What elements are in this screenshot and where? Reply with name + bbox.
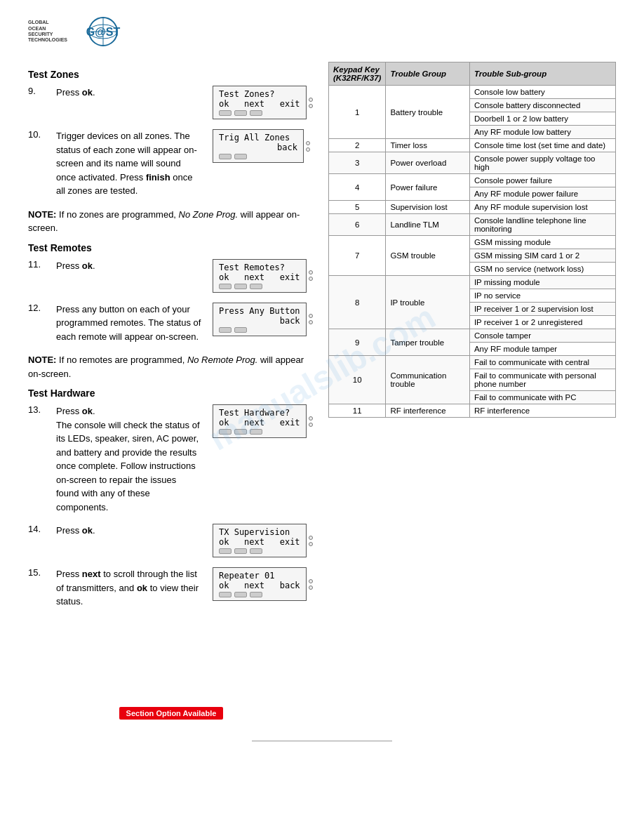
step-13-lcd-line1: Test Hardware? xyxy=(219,408,290,418)
step-13-lcd-display: Test Hardware? ok next exit xyxy=(213,404,307,438)
table-cell-subgroup: GSM missing SIM card 1 or 2 xyxy=(469,249,615,263)
table-header-subgroup: Trouble Sub-group xyxy=(469,62,615,86)
table-cell-subgroup: Any RF module low battery xyxy=(469,126,615,139)
section-option-badge: Section Option Available xyxy=(119,707,224,720)
step-14: 14. Press ok. TX Supervision xyxy=(28,524,314,557)
test-remotes-title: Test Remotes xyxy=(28,242,314,253)
lcd-btn-6 xyxy=(219,284,232,289)
step-12-content: Press any button on each of your program… xyxy=(56,303,314,344)
table-cell-subgroup: Fail to communicate with PC xyxy=(469,391,615,404)
step-14-lcd-buttons xyxy=(219,548,300,554)
logo-gost-icon: G@ST xyxy=(72,14,135,49)
table-cell-subgroup: Any RF module supervision lost xyxy=(469,201,615,214)
table-cell-group: GSM trouble xyxy=(386,236,469,276)
step-9-text: Press ok. xyxy=(56,86,201,100)
lcd-btn-1 xyxy=(219,110,232,116)
dot-5 xyxy=(309,270,313,274)
table-cell-key: 8 xyxy=(329,276,386,329)
step-13-text: Press ok. The console will check the sta… xyxy=(56,404,201,514)
table-cell-key: 6 xyxy=(329,214,386,236)
step-15-num: 15. xyxy=(28,567,49,578)
step-10-num: 10. xyxy=(28,129,49,140)
table-cell-key: 5 xyxy=(329,201,386,214)
step-13-lcd-dots xyxy=(309,416,313,427)
step-14-lcd-line1: TX Supervision xyxy=(219,527,290,537)
step-15-lcd-display: Repeater 01 ok next back xyxy=(213,567,307,601)
table-cell-key: 2 xyxy=(329,139,386,152)
step-14-lcd-dots xyxy=(309,536,313,546)
step-9-lcd: Test Zones? ok next exit xyxy=(213,86,314,119)
lcd-btn-19 xyxy=(250,592,262,597)
step-13-lcd-line2: ok next exit xyxy=(219,418,300,428)
table-cell-key: 3 xyxy=(329,152,386,174)
dot-14 xyxy=(309,585,313,590)
step-12-lcd-line2: back xyxy=(280,316,300,326)
table-cell-group: Landline TLM xyxy=(386,214,469,236)
table-cell-subgroup: Console time lost (set time and date) xyxy=(469,139,615,152)
step-10: 10. Trigger devices on all zones. The st… xyxy=(28,129,314,198)
lcd-btn-14 xyxy=(219,548,232,554)
dot-9 xyxy=(309,416,313,421)
step-10-text: Trigger devices on all zones. The status… xyxy=(56,129,201,198)
table-cell-subgroup: Any RF module power failure xyxy=(469,187,615,201)
step-11-lcd: Test Remotes? ok next exit xyxy=(213,259,314,293)
step-15-lcd-dots xyxy=(309,579,313,590)
table-cell-subgroup: Doorbell 1 or 2 low battery xyxy=(469,112,615,126)
step-11: 11. Press ok. Test Remotes? xyxy=(28,259,314,293)
dot-13 xyxy=(309,579,313,583)
table-cell-subgroup: GSM missing module xyxy=(469,236,615,249)
step-10-lcd-display: Trig All Zones back xyxy=(213,129,304,163)
table-cell-subgroup: RF interference xyxy=(469,404,615,418)
table-cell-key: 4 xyxy=(329,174,386,201)
step-15-text: Press next to scroll through the list of… xyxy=(56,567,201,609)
test-zones-note: NOTE: If no zones are programmed, No Zon… xyxy=(28,208,314,235)
table-cell-key: 7 xyxy=(329,236,386,276)
step-15-lcd-line2: ok next back xyxy=(219,581,300,590)
table-cell-group: IP trouble xyxy=(386,276,469,329)
step-13: 13. Press ok. The console will check the… xyxy=(28,404,314,514)
step-10-lcd-line2: back xyxy=(277,143,297,152)
step-9-lcd-line1: Test Zones? xyxy=(219,89,274,99)
test-zones-title: Test Zones xyxy=(28,69,314,80)
dot-3 xyxy=(306,141,310,145)
step-11-num: 11. xyxy=(28,259,49,270)
step-9-lcd-display: Test Zones? ok next exit xyxy=(213,86,307,119)
table-cell-group: Tamper trouble xyxy=(386,329,469,356)
step-14-lcd-line2: ok next exit xyxy=(219,537,300,547)
step-14-text: Press ok. xyxy=(56,524,201,538)
step-15-content: Press next to scroll through the list of… xyxy=(56,567,314,609)
step-12-lcd-dots xyxy=(309,314,313,324)
lcd-btn-17 xyxy=(219,592,232,597)
bottom-line xyxy=(252,741,392,741)
step-12-lcd-display: Press Any Button back xyxy=(213,303,307,336)
dot-12 xyxy=(309,542,313,546)
step-13-num: 13. xyxy=(28,404,49,415)
badge-area: Section Option Available xyxy=(28,693,314,720)
lcd-btn-2 xyxy=(234,110,247,116)
step-12: 12. Press any button on each of your pro… xyxy=(28,303,314,344)
table-cell-subgroup: IP missing module xyxy=(469,276,615,289)
step-11-lcd-dots xyxy=(309,270,313,281)
table-cell-subgroup: Console tamper xyxy=(469,329,615,343)
table-cell-group: Battery trouble xyxy=(386,86,469,139)
dot-8 xyxy=(309,320,313,324)
left-column: Test Zones 9. Press ok. Test Zones? xyxy=(28,62,314,720)
lcd-btn-9 xyxy=(219,327,232,333)
step-9-lcd-buttons xyxy=(219,110,300,116)
lcd-btn-18 xyxy=(234,592,247,597)
lcd-btn-8 xyxy=(250,284,262,289)
svg-text:G@ST: G@ST xyxy=(86,26,121,38)
table-cell-key: 1 xyxy=(329,86,386,139)
step-9-lcd-line2: ok next exit xyxy=(219,99,300,109)
table-cell-group: Timer loss xyxy=(386,139,469,152)
step-15: 15. Press next to scroll through the lis… xyxy=(28,567,314,609)
table-cell-group: RF interference xyxy=(386,404,469,418)
trouble-table: Keypad Key(K32RF/K37) Trouble Group Trou… xyxy=(328,62,616,418)
lcd-btn-13 xyxy=(250,429,262,435)
step-10-content: Trigger devices on all zones. The status… xyxy=(56,129,314,198)
step-14-lcd-display: TX Supervision ok next exit xyxy=(213,524,307,557)
lcd-btn-5 xyxy=(234,154,247,159)
table-cell-key: 9 xyxy=(329,329,386,356)
step-14-num: 14. xyxy=(28,524,49,534)
table-cell-group: Power overload xyxy=(386,152,469,174)
